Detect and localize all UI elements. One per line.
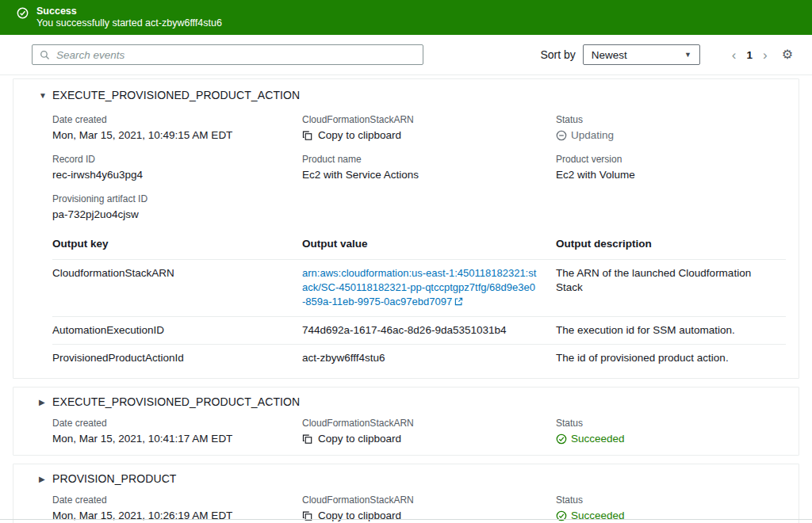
- column-header-output-description: Output description: [556, 237, 786, 260]
- field-label: Status: [556, 494, 786, 506]
- cloudformation-stack-arn-link[interactable]: arn:aws:cloudformation:us-east-1:4501181…: [302, 267, 536, 307]
- chevron-down-icon: ▼: [684, 51, 691, 59]
- status-badge: Updating: [556, 129, 786, 142]
- success-banner: Success You successfully started act-zby…: [0, 0, 812, 35]
- page-number[interactable]: 1: [746, 49, 753, 61]
- search-box[interactable]: [32, 44, 423, 65]
- events-list: ▼ EXECUTE_PROVISIONED_PRODUCT_ACTION Dat…: [0, 75, 812, 523]
- field-value: Ec2 with Volume: [556, 169, 786, 181]
- field-label: Status: [556, 114, 786, 125]
- output-key: AutomationExecutionID: [52, 317, 302, 345]
- field-value: pa-732pj2uo4cjsw: [52, 208, 302, 221]
- status-badge: Succeeded: [556, 510, 786, 522]
- field-label: CloudFormationStackARN: [302, 418, 556, 429]
- field-label: Date created: [52, 114, 302, 125]
- field-value: Mon, Mar 15, 2021, 10:26:19 AM EDT: [52, 510, 302, 522]
- event-card-2-expand-toggle[interactable]: ▶ PROVISION_PRODUCT: [13, 472, 799, 485]
- copy-to-clipboard-button[interactable]: Copy to clipboard: [302, 510, 556, 522]
- copy-label: Copy to clipboard: [318, 510, 401, 522]
- field-label: Product name: [302, 154, 556, 165]
- field-product-name: Product name Ec2 with Service Actions: [302, 154, 556, 181]
- search-input[interactable]: [56, 49, 416, 61]
- field-label: CloudFormationStackARN: [302, 494, 556, 506]
- event-card-2-fields: Date created Mon, Mar 15, 2021, 10:26:19…: [13, 494, 799, 522]
- bottom-divider: [0, 519, 812, 520]
- outputs-table: Output key Output value Output descripti…: [52, 237, 786, 367]
- external-link-icon: [454, 296, 463, 308]
- output-value: 744d692a-1617-46ac-8d26-9da5351031b4: [302, 317, 556, 345]
- output-description: The id of provisioned product action.: [556, 345, 786, 367]
- event-card-0-fields: Date created Mon, Mar 15, 2021, 10:49:15…: [13, 114, 799, 221]
- field-value: rec-irwsh4y6u3pg4: [52, 169, 302, 181]
- field-stack-arn: CloudFormationStackARN Copy to clipboard: [302, 418, 556, 445]
- events-toolbar: Sort by Newest ▼ ‹ 1 › ⚙: [0, 35, 812, 75]
- copy-to-clipboard-button[interactable]: Copy to clipboard: [302, 129, 556, 142]
- field-value: Mon, Mar 15, 2021, 10:41:17 AM EDT: [52, 433, 302, 445]
- column-header-output-value: Output value: [302, 237, 556, 260]
- status-updating-icon: [556, 130, 567, 141]
- field-stack-arn: CloudFormationStackARN Copy to clipboard: [302, 494, 556, 522]
- field-record-id: Record ID rec-irwsh4y6u3pg4: [52, 154, 302, 181]
- sort-dropdown-value: Newest: [592, 49, 627, 61]
- field-status: Status Succeeded: [556, 418, 786, 445]
- field-artifact-id: Provisioning artifact ID pa-732pj2uo4cjs…: [52, 193, 302, 221]
- event-card-2: ▶ PROVISION_PRODUCT Date created Mon, Ma…: [13, 464, 799, 523]
- status-success-icon: [556, 433, 567, 445]
- status-text: Succeeded: [571, 510, 625, 522]
- previous-page-button[interactable]: ‹: [732, 48, 737, 62]
- status-text: Succeeded: [571, 433, 625, 445]
- event-card-0-expand-toggle[interactable]: ▼ EXECUTE_PROVISIONED_PRODUCT_ACTION: [13, 89, 799, 101]
- event-card-1-expand-toggle[interactable]: ▶ EXECUTE_PROVISIONED_PRODUCT_ACTION: [13, 395, 799, 408]
- output-key: ProvisionedProductActionId: [52, 345, 302, 367]
- event-card-1-fields: Date created Mon, Mar 15, 2021, 10:41:17…: [13, 418, 799, 445]
- success-check-icon: [17, 7, 29, 35]
- column-header-output-key: Output key: [52, 237, 302, 260]
- field-product-version: Product version Ec2 with Volume: [556, 154, 786, 181]
- copy-label: Copy to clipboard: [318, 433, 401, 445]
- copy-icon: [302, 130, 312, 141]
- caret-down-icon: ▼: [39, 91, 52, 100]
- sort-by-label: Sort by: [540, 48, 575, 61]
- event-card-1: ▶ EXECUTE_PROVISIONED_PRODUCT_ACTION Dat…: [13, 387, 799, 456]
- banner-message: You successfully started act-zbyw6fff4st…: [36, 17, 222, 29]
- field-label: Date created: [52, 494, 302, 506]
- status-badge: Succeeded: [556, 433, 786, 445]
- output-key: CloudformationStackARN: [52, 260, 302, 317]
- field-stack-arn: CloudFormationStackARN Copy to clipboard: [302, 114, 556, 142]
- field-value: Ec2 with Service Actions: [302, 169, 556, 181]
- next-page-button[interactable]: ›: [763, 48, 768, 62]
- output-description: The execution id for SSM automation.: [556, 317, 786, 345]
- sort-dropdown[interactable]: Newest ▼: [583, 44, 700, 65]
- caret-right-icon: ▶: [39, 475, 52, 483]
- field-label: Record ID: [52, 154, 302, 165]
- event-title: EXECUTE_PROVISIONED_PRODUCT_ACTION: [52, 395, 300, 408]
- copy-to-clipboard-button[interactable]: Copy to clipboard: [302, 433, 556, 445]
- field-date-created: Date created Mon, Mar 15, 2021, 10:26:19…: [52, 494, 302, 522]
- caret-right-icon: ▶: [39, 398, 52, 407]
- output-value: act-zbyw6fff4stu6: [302, 345, 556, 367]
- banner-title: Success: [36, 6, 222, 17]
- copy-icon: [302, 433, 312, 445]
- field-date-created: Date created Mon, Mar 15, 2021, 10:49:15…: [52, 114, 302, 142]
- field-status: Status Updating: [556, 114, 786, 142]
- output-value: arn:aws:cloudformation:us-east-1:4501181…: [302, 260, 556, 317]
- field-date-created: Date created Mon, Mar 15, 2021, 10:41:17…: [52, 418, 302, 445]
- field-label: CloudFormationStackARN: [302, 114, 556, 125]
- output-description: The ARN of the launched Cloudformation S…: [556, 260, 786, 317]
- settings-gear-icon[interactable]: ⚙: [782, 48, 793, 61]
- status-text: Updating: [571, 129, 614, 142]
- copy-label: Copy to clipboard: [318, 129, 401, 142]
- event-title: PROVISION_PRODUCT: [52, 472, 177, 485]
- field-label: Date created: [52, 418, 302, 429]
- event-card-0: ▼ EXECUTE_PROVISIONED_PRODUCT_ACTION Dat…: [13, 78, 799, 379]
- field-label: Status: [556, 418, 786, 429]
- field-status: Status Succeeded: [556, 494, 786, 522]
- search-icon: [40, 50, 50, 60]
- pagination: ‹ 1 ›: [732, 48, 768, 62]
- stack-arn-text: arn:aws:cloudformation:us-east-1:4501181…: [302, 267, 536, 307]
- field-value: Mon, Mar 15, 2021, 10:49:15 AM EDT: [52, 129, 302, 142]
- field-label: Product version: [556, 154, 786, 165]
- field-label: Provisioning artifact ID: [52, 193, 302, 204]
- event-title: EXECUTE_PROVISIONED_PRODUCT_ACTION: [52, 89, 300, 101]
